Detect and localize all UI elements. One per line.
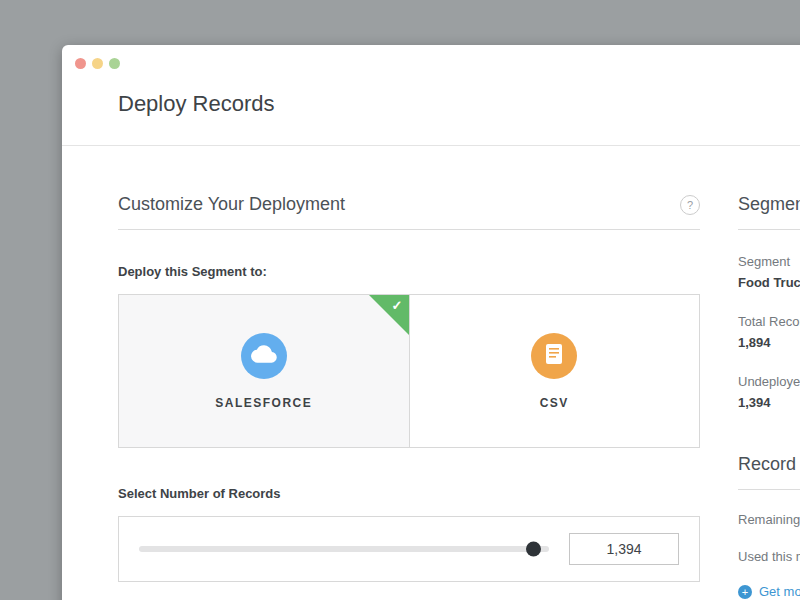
minimize-window-icon[interactable] xyxy=(92,58,103,69)
deployment-section-title: Customize Your Deployment xyxy=(118,194,345,215)
close-window-icon[interactable] xyxy=(75,58,86,69)
segment-info-row: Segment Food Truck xyxy=(738,254,800,290)
help-button[interactable]: ? xyxy=(680,195,700,215)
deployment-panel: Customize Your Deployment ? Deploy this … xyxy=(118,194,700,599)
target-csv-card[interactable]: CSV xyxy=(410,295,700,447)
credits-section-header: Record Credits xyxy=(738,454,800,490)
page-header: Deploy Records xyxy=(62,81,800,146)
credits-section-title: Record Credits xyxy=(738,454,800,475)
window-controls xyxy=(75,58,120,69)
main-content: Customize Your Deployment ? Deploy this … xyxy=(62,146,800,599)
document-icon xyxy=(545,343,563,369)
target-csv-label: CSV xyxy=(540,396,569,410)
get-more-label: Get more xyxy=(759,584,800,599)
target-salesforce-card[interactable]: ✓ SALESFORCE xyxy=(119,295,410,447)
records-count-input[interactable] xyxy=(569,533,679,565)
deploy-to-label: Deploy this Segment to: xyxy=(118,264,700,279)
get-more-link[interactable]: + Get more xyxy=(738,584,800,599)
page-title: Deploy Records xyxy=(118,91,800,117)
segment-value: Food Truck xyxy=(738,275,800,290)
plus-circle-icon: + xyxy=(738,585,752,599)
total-records-row: Total Records 1,894 xyxy=(738,314,800,350)
slider-handle[interactable] xyxy=(526,542,541,557)
deploy-target-options: ✓ SALESFORCE xyxy=(118,294,700,448)
records-slider[interactable] xyxy=(139,546,549,552)
zoom-window-icon[interactable] xyxy=(109,58,120,69)
cloud-icon xyxy=(251,341,277,371)
credits-used-line: Used this month xyxy=(738,549,800,564)
segment-label: Segment xyxy=(738,254,800,269)
undeployed-records-value: 1,394 xyxy=(738,395,800,410)
total-records-label: Total Records xyxy=(738,314,800,329)
selected-corner-ribbon xyxy=(369,295,409,335)
check-icon: ✓ xyxy=(392,298,403,313)
window-titlebar xyxy=(62,45,800,81)
segment-section-header: Segment xyxy=(738,194,800,230)
segment-section-title: Segment xyxy=(738,194,800,215)
undeployed-records-row: Undeployed Records 1,394 xyxy=(738,374,800,410)
total-records-value: 1,894 xyxy=(738,335,800,350)
credits-remaining-line: Remaining xyxy=(738,512,800,527)
select-records-label: Select Number of Records xyxy=(118,486,700,501)
undeployed-records-label: Undeployed Records xyxy=(738,374,800,389)
records-slider-box xyxy=(118,516,700,582)
target-salesforce-label: SALESFORCE xyxy=(215,396,312,410)
app-window: Deploy Records Customize Your Deployment… xyxy=(62,45,800,600)
salesforce-icon-circle xyxy=(241,333,287,379)
csv-icon-circle xyxy=(531,333,577,379)
summary-panel: Segment Segment Food Truck Total Records… xyxy=(738,194,800,599)
deployment-section-header: Customize Your Deployment ? xyxy=(118,194,700,230)
